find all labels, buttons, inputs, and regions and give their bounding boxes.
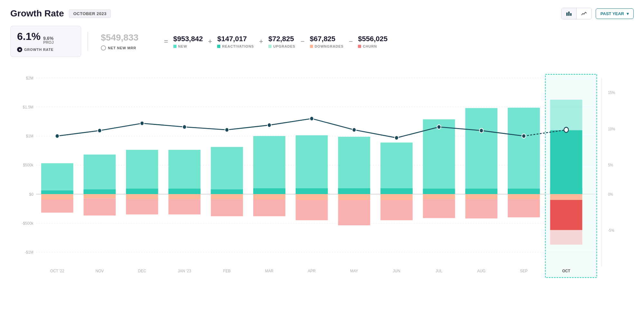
equals-sign: =: [159, 37, 173, 46]
page-title: Growth Rate: [10, 8, 64, 19]
svg-text:$0: $0: [29, 192, 34, 197]
downgrades-value: $67,825: [310, 35, 336, 43]
svg-text:$1M: $1M: [26, 133, 34, 138]
bar-nov-reactivation: [83, 189, 116, 194]
reactivations-label: REACTIVATIONS: [222, 44, 254, 48]
growth-rate-radio[interactable]: [17, 47, 22, 52]
bar-mar-reactivation: [253, 188, 285, 194]
bar-aug-churn: [465, 199, 497, 219]
formula-downgrades: $67,825 DOWNGRADES: [310, 33, 344, 50]
growth-rate-label: GROWTH RATE: [24, 48, 53, 51]
bar-mar-positive: [253, 136, 285, 194]
svg-text:$1.5M: $1.5M: [23, 104, 34, 109]
new-label: NEW: [178, 44, 187, 48]
bar-jan-churn: [168, 199, 201, 214]
bar-oct-positive-proj: [550, 100, 582, 130]
growth-rate-proj: 9.6% PROJ: [43, 36, 54, 44]
downgrades-label: DOWNGRADES: [315, 44, 344, 48]
bar-jan-reactivation: [168, 189, 201, 194]
downgrades-legend-dot: [310, 45, 313, 48]
svg-text:15%: 15%: [608, 90, 615, 95]
formula-upgrades: $72,825 UPGRADES: [268, 33, 295, 50]
svg-text:5%: 5%: [608, 163, 613, 167]
svg-text:JUN: JUN: [393, 268, 400, 273]
header-left: Growth Rate OCTOBER 2023: [10, 8, 111, 19]
bar-oct-reactivation: [550, 188, 582, 194]
bar-mar-churn: [253, 200, 285, 216]
dot-nov: [98, 128, 101, 133]
svg-text:JUL: JUL: [436, 268, 442, 273]
bar-aug-positive: [465, 108, 497, 194]
svg-rect-1: [568, 12, 570, 16]
svg-text:MAY: MAY: [350, 268, 358, 273]
bar-nov-churn: [83, 199, 116, 216]
bar-jun-reactivation: [380, 188, 413, 194]
period-selector[interactable]: PAST YEAR ▾: [596, 8, 634, 19]
bar-jun-positive: [380, 143, 413, 194]
line-chart-button[interactable]: [577, 8, 591, 19]
bar-nov-downgrade: [83, 194, 116, 199]
bar-may-positive: [338, 137, 370, 194]
bar-chart-icon: [566, 11, 572, 16]
bar-oct22-positive: [41, 163, 73, 194]
dot-mar: [267, 123, 271, 127]
bar-apr-positive: [296, 135, 328, 194]
reactivations-value: $147,017: [217, 35, 247, 43]
bar-feb-positive: [211, 147, 243, 194]
churn-label: CHURN: [363, 44, 377, 48]
bar-apr-churn: [296, 200, 328, 220]
bar-jan-downgrade: [168, 194, 201, 199]
bar-oct22-churn: [41, 200, 73, 213]
bar-sep-downgrade: [508, 194, 540, 199]
net-new-mrr-label: NET NEW MRR: [108, 46, 136, 50]
svg-text:FEB: FEB: [223, 268, 231, 273]
main-chart: $2M $1.5M $1M $500k $0 -$500k -$1M 15% 1…: [10, 63, 634, 310]
bar-oct22-downgrade: [41, 194, 73, 200]
line-chart-icon: [581, 11, 587, 16]
bar-jun-downgrade: [380, 194, 413, 200]
period-label: PAST YEAR: [601, 11, 624, 16]
svg-text:$500k: $500k: [23, 163, 34, 168]
net-new-mrr-radio[interactable]: [101, 45, 106, 51]
bar-may-reactivation: [338, 188, 370, 194]
bar-sep-positive: [508, 108, 540, 194]
bar-oct-positive-solid: [550, 130, 582, 194]
metric-divider: [88, 32, 88, 51]
plus-sign-2: +: [254, 37, 268, 46]
growth-rate-card: 6.1% 9.6% PROJ GROWTH RATE: [10, 26, 81, 57]
dot-jun: [395, 136, 399, 140]
bar-oct22-reactivation: [41, 191, 73, 194]
svg-text:MAR: MAR: [265, 268, 274, 273]
page-header: Growth Rate OCTOBER 2023: [10, 8, 634, 19]
svg-text:$2M: $2M: [26, 75, 34, 80]
bar-dec-churn: [126, 199, 158, 214]
churn-value: $556,025: [358, 35, 388, 43]
bar-jun-churn: [380, 200, 413, 220]
bar-dec-reactivation: [126, 189, 158, 194]
bar-oct-churn-proj: [550, 230, 582, 245]
svg-text:SEP: SEP: [520, 268, 528, 273]
svg-text:OCT '22: OCT '22: [50, 268, 64, 273]
dot-apr: [310, 117, 314, 121]
dot-sep: [522, 134, 526, 138]
new-value: $953,842: [173, 35, 203, 43]
bar-may-churn: [338, 200, 370, 225]
dot-dec: [140, 121, 144, 126]
bar-chart-button[interactable]: [562, 8, 577, 19]
formula-new: $953,842 NEW: [173, 33, 203, 50]
svg-text:DEC: DEC: [138, 268, 146, 273]
upgrades-label: UPGRADES: [273, 44, 295, 48]
dot-jul: [437, 125, 441, 129]
dot-jan: [183, 125, 187, 129]
bar-apr-reactivation: [296, 188, 328, 194]
growth-rate-value: 6.1%: [17, 31, 41, 42]
bar-feb-reactivation: [211, 189, 243, 194]
churn-legend-dot: [358, 45, 361, 48]
bar-jul-positive: [423, 119, 455, 194]
chart-type-toggle: [561, 8, 592, 19]
header-right: PAST YEAR ▾: [561, 8, 634, 19]
dot-oct: [564, 127, 569, 133]
plus-sign-1: +: [203, 37, 217, 46]
formula-row: = $953,842 NEW + $147,017 REACTIVATIONS …: [159, 33, 634, 50]
bar-feb-churn: [211, 199, 243, 216]
